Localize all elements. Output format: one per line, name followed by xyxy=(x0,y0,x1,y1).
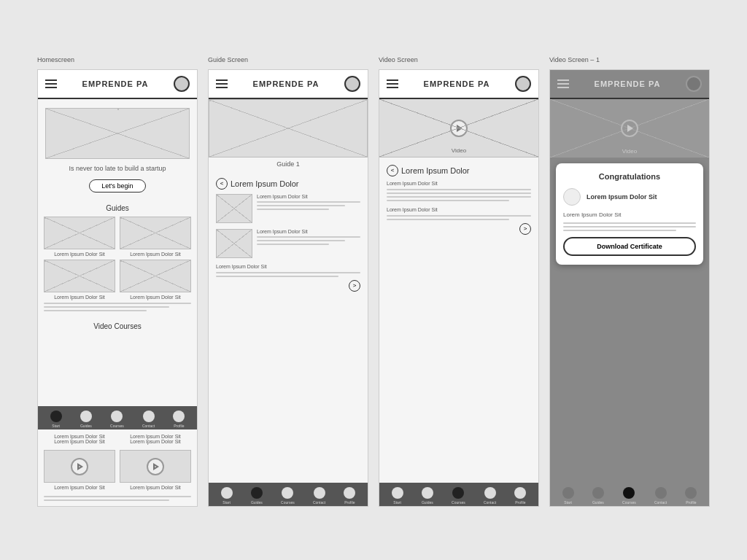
s3-nav-profile[interactable]: Profile xyxy=(514,487,526,505)
gline-6 xyxy=(257,244,329,245)
video-item-2: Lorem Ipsum Dolor Sit Lorem Ipsum Dolor … xyxy=(120,434,191,444)
screen2-wrapper: Guide Screen EMPRENDE PA Guide 1 < Lorem… xyxy=(208,69,368,507)
screen3-content-title: Lorem Ipsum Dolor Sit xyxy=(387,181,531,186)
lets-begin-button[interactable]: Let's begin xyxy=(89,179,145,192)
s3-nav-guides[interactable]: Guides xyxy=(422,487,433,505)
s4-nav-start[interactable]: Start xyxy=(562,487,574,505)
screen3-back-button[interactable]: < Lorem Ipsum Dolor xyxy=(387,165,470,176)
s4-nav-label-start: Start xyxy=(564,500,572,505)
s2-nav-circle-contact xyxy=(314,487,325,499)
screen3-footer-text: Lorem Ipsum Dolor Sit xyxy=(387,207,531,212)
guide-item-row-2: Lorem Ipsum Dolor Sit xyxy=(216,229,360,258)
screen4-wrapper: Video Screen – 1 EMPRENDE PA Video Co xyxy=(549,69,710,507)
screen3-wrapper: Video Screen EMPRENDE PA Video xyxy=(379,69,539,507)
screen4-play-icon[interactable] xyxy=(621,120,638,137)
s3line-3 xyxy=(387,196,531,198)
s4-nav-guides[interactable]: Guides xyxy=(592,487,604,505)
s3-nav-courses[interactable]: Courses xyxy=(452,487,465,505)
back-button[interactable]: < Lorem Ipsum Dolor xyxy=(216,178,299,190)
guide-item-1: Lorem Ipsum Dolor Sit xyxy=(44,217,115,257)
video-label-2: Lorem Ipsum Dolor Sit xyxy=(44,439,115,444)
screen2-avatar xyxy=(344,76,360,92)
screen4-video-label: Video xyxy=(622,148,637,155)
screen2-hero-label: Guide 1 xyxy=(209,158,368,171)
gline-2 xyxy=(257,205,345,206)
nav-item-profile[interactable]: Profile xyxy=(173,411,185,428)
gfooter-line-1 xyxy=(216,272,360,273)
screen3-title: EMPRENDE PA xyxy=(424,79,490,88)
nav-circle-courses xyxy=(111,411,123,422)
video-thumb-label-2: Lorem Ipsum Dolor Sit xyxy=(120,485,191,490)
s4-nav-profile[interactable]: Profile xyxy=(685,487,697,505)
s3-nav-start[interactable]: Start xyxy=(392,487,403,505)
screen4-header: EMPRENDE PA xyxy=(550,70,709,99)
s2-nav-label-courses: Courses xyxy=(281,500,295,505)
guides-title: Guides xyxy=(38,204,197,212)
gline-3 xyxy=(257,209,329,210)
screen4-hamburger[interactable] xyxy=(557,79,569,88)
video-thumb-1 xyxy=(44,450,115,483)
s2-nav-circle-profile xyxy=(344,487,355,499)
video-thumbs-grid: Lorem Ipsum Dolor Sit Lorem Ipsum Dolor … xyxy=(38,450,197,490)
congrats-title: Congratulations xyxy=(563,172,696,181)
next-icon[interactable]: > xyxy=(349,280,360,292)
s3-nav-circle-courses xyxy=(452,487,464,499)
screen2: EMPRENDE PA Guide 1 < Lorem Ipsum Dolor xyxy=(208,69,368,507)
s4-nav-contact[interactable]: Contact xyxy=(654,487,667,505)
back-arrow-icon[interactable]: < xyxy=(216,178,228,190)
popup-user-name: Lorem Ipsum Dolor Sit xyxy=(587,193,657,201)
vtext-1 xyxy=(44,496,191,497)
screen3-next-icon[interactable]: > xyxy=(519,223,531,235)
guide-label-1: Lorem Ipsum Dolor Sit xyxy=(44,252,115,257)
guide-item-lines-1: Lorem Ipsum Dolor Sit xyxy=(257,194,360,212)
popup-subtitle: Lorem Ipsum Dolor Sit xyxy=(563,211,696,218)
s4-nav-courses[interactable]: Courses xyxy=(622,487,636,505)
video-thumb-label-1: Lorem Ipsum Dolor Sit xyxy=(44,485,115,490)
nav-circle-guides xyxy=(80,411,92,422)
screen2-header: EMPRENDE PA xyxy=(209,70,368,99)
popup-user-avatar xyxy=(563,188,581,206)
s2-nav-guides[interactable]: Guides xyxy=(251,487,263,505)
nav-circle-start xyxy=(50,411,62,422)
s3-nav-contact[interactable]: Contact xyxy=(484,487,496,505)
nav-item-courses[interactable]: Courses xyxy=(110,411,124,428)
guide-item-4: Lorem Ipsum Dolor Sit xyxy=(120,260,191,300)
s2-nav-circle-start xyxy=(221,487,233,499)
screen4-label: Video Screen – 1 xyxy=(549,56,600,63)
video-thumb-2 xyxy=(120,450,191,483)
guide-item-title-2: Lorem Ipsum Dolor Sit xyxy=(257,229,360,234)
screen1-hero: Is never too late to build a startup Let… xyxy=(38,99,197,198)
guide-item-2: Lorem Ipsum Dolor Sit xyxy=(120,217,191,257)
video-item-1: Lorem Ipsum Dolor Sit Lorem Ipsum Dolor … xyxy=(44,434,115,444)
screen3-hamburger[interactable] xyxy=(387,79,398,88)
video-label-1: Lorem Ipsum Dolor Sit xyxy=(44,434,115,439)
screen3-back-icon[interactable]: < xyxy=(387,165,398,176)
s4-nav-label-courses: Courses xyxy=(622,500,636,505)
s4-nav-circle-profile xyxy=(685,487,697,499)
screen1-avatar xyxy=(174,76,190,92)
s3-nav-label-courses: Courses xyxy=(452,500,465,505)
guide-thumb-2 xyxy=(120,217,191,249)
guide-thumb-3 xyxy=(44,260,115,292)
screen2-hamburger[interactable] xyxy=(216,79,228,88)
s2-nav-profile[interactable]: Profile xyxy=(344,487,355,505)
s2-nav-courses[interactable]: Courses xyxy=(281,487,295,505)
hamburger-icon[interactable] xyxy=(45,79,57,88)
s2-nav-start[interactable]: Start xyxy=(221,487,233,505)
screen3-heading: Lorem Ipsum Dolor xyxy=(401,166,470,175)
nav-item-guides[interactable]: Guides xyxy=(80,411,92,428)
screen1: EMPRENDE PA Is never too late to build a… xyxy=(37,69,198,507)
nav-item-start[interactable]: Start xyxy=(50,411,62,428)
nav-item-contact[interactable]: Contact xyxy=(142,411,155,428)
screen2-title: EMPRENDE PA xyxy=(253,79,320,88)
s3-nav-label-start: Start xyxy=(393,500,401,505)
download-certificate-button[interactable]: Download Certificate xyxy=(563,237,696,256)
text-line-2 xyxy=(44,306,169,308)
gline-1 xyxy=(257,201,360,203)
guide-heading: Lorem Ipsum Dolor xyxy=(231,179,299,188)
next-button-wrapper: > xyxy=(216,280,360,292)
guide-item-3: Lorem Ipsum Dolor Sit xyxy=(44,260,115,300)
screen1-wrapper: Homescreen EMPRENDE PA Is never too late… xyxy=(37,69,198,507)
screen3-header: EMPRENDE PA xyxy=(379,70,538,99)
s2-nav-contact[interactable]: Contact xyxy=(313,487,325,505)
